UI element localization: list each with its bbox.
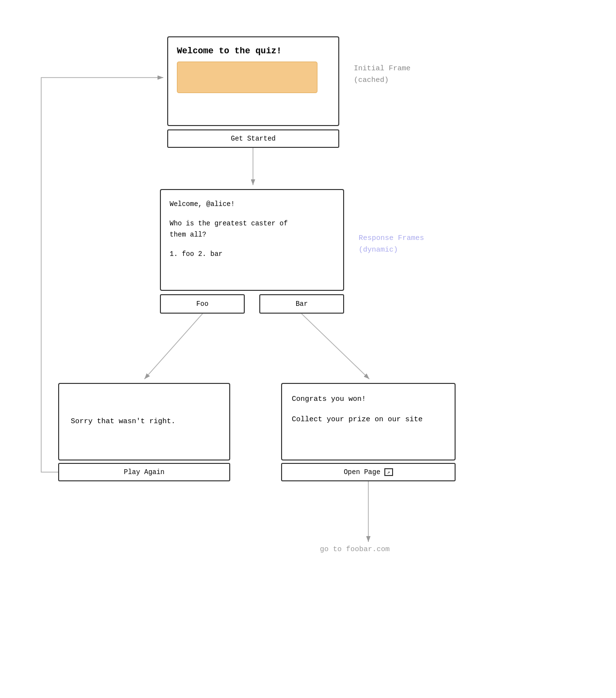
initial-frame: Welcome to the quiz! — [167, 36, 339, 126]
foo-button[interactable]: Foo — [160, 294, 245, 314]
sorry-text: Sorry that wasn't right. — [71, 416, 175, 428]
initial-frame-title: Welcome to the quiz! — [177, 46, 330, 56]
svg-line-2 — [144, 314, 203, 379]
open-page-button[interactable]: Open Page ↗ — [281, 463, 456, 481]
goto-label: go to foobar.com — [320, 545, 390, 554]
orange-placeholder-box — [177, 62, 317, 93]
response-line4: 1. foo 2. bar — [170, 249, 334, 259]
congrats-line2: Collect your prize on our site — [292, 414, 445, 426]
response-line2: Who is the greatest caster of — [170, 218, 334, 229]
response-frames-label: Response Frames (dynamic) — [359, 233, 424, 256]
response-frame: Welcome, @alice! Who is the greatest cas… — [160, 189, 344, 291]
svg-line-3 — [301, 314, 369, 379]
response-line3: them all? — [170, 229, 334, 240]
sorry-frame: Sorry that wasn't right. — [58, 383, 230, 460]
get-started-button[interactable]: Get Started — [167, 129, 339, 148]
external-link-icon: ↗ — [384, 468, 393, 476]
play-again-button[interactable]: Play Again — [58, 463, 230, 481]
congrats-line1: Congrats you won! — [292, 394, 445, 405]
congrats-frame: Congrats you won! Collect your prize on … — [281, 383, 456, 460]
initial-frame-label: Initial Frame (cached) — [354, 63, 411, 86]
bar-button[interactable]: Bar — [259, 294, 344, 314]
response-line1: Welcome, @alice! — [170, 199, 334, 209]
